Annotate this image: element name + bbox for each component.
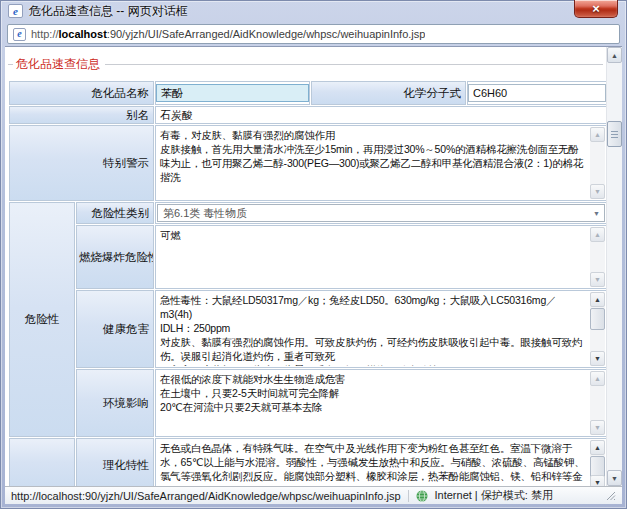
dialog-window: e 危化品速查信息 -- 网页对话框 × e http://localhost:… [0,0,627,509]
health-hazard-textarea[interactable]: 急性毒性：大鼠经LD50317mg／kg；兔经皮LD50。630mg/kg；大鼠… [156,291,606,367]
scroll-down-icon: ▼ [594,424,601,431]
table-row: 特别警示 有毒，对皮肤、黏膜有强烈的腐蚀作用 皮肤接触，首先用大量清水冲洗至少1… [9,125,606,201]
name-input[interactable] [156,84,309,102]
main-scroll-down-button[interactable]: ▼ [607,470,622,486]
table-row: 燃烧爆炸危险性 可燃 ▲ ▼ [9,225,606,289]
hazard-category-select[interactable]: 第6.1类 毒性物质 ▼ [157,204,605,222]
special-warning-textarea[interactable]: 有毒，对皮肤、黏膜有强烈的腐蚀作用 皮肤接触，首先用大量清水冲洗至少15min，… [156,126,606,200]
fire-explosion-field-cell: 可燃 ▲ ▼ [155,225,606,289]
main-scroll-up-button[interactable]: ▲ [607,47,622,63]
scroll-up-button[interactable]: ▲ [590,292,605,307]
ie-page-icon: e [13,28,26,41]
scroll-down-icon: ▼ [611,475,618,482]
health-hazard-label: 健康危害 [103,323,149,335]
special-warning-text: 有毒，对皮肤、黏膜有强烈的腐蚀作用 皮肤接触，首先用大量清水冲洗至少15min，… [158,127,588,199]
hazard-category-label: 危险性类别 [92,207,150,219]
status-url: http://localhost:90/yjzh/UI/SafeArranged… [11,490,401,502]
form-area: 危化品速查信息 危化品名称 化学分子式 别名 [5,47,606,486]
special-warning-label: 特别警示 [103,157,149,169]
environment-text: 在很低的浓度下就能对水生生物造成危害 在土壤中，只要2-5天时间就可完全降解 2… [158,371,588,435]
ie-icon: e [8,4,23,18]
table-row: 健康危害 急性毒性：大鼠经LD50317mg／kg；兔经皮LD50。630mg/… [9,290,606,368]
physchem-label: 理化特性 [103,459,149,471]
formula-input[interactable] [468,84,606,102]
scroll-up-icon: ▲ [611,52,618,59]
scroll-up-icon: ▲ [594,375,601,382]
scroll-up-icon: ▲ [594,296,601,303]
close-button[interactable]: × [574,0,618,18]
table-row: 危险性 危险性类别 第6.1类 毒性物质 ▼ [9,202,606,224]
chevron-down-icon: ▼ [593,210,600,217]
physchem-field-cell: 无色或白色晶体，有特殊气味。在空气中及光线作用下变为粉红色甚至红色。室温下微溶于… [155,438,606,486]
fire-explosion-label: 燃烧爆炸危险性 [79,251,154,263]
section-header: 危化品速查信息 [8,56,603,73]
environment-textarea[interactable]: 在很低的浓度下就能对水生生物造成危害 在土壤中，只要2-5天时间就可完全降解 2… [156,370,606,436]
title-bar: e 危化品速查信息 -- 网页对话框 × [0,0,627,22]
physchem-textarea[interactable]: 无色或白色晶体，有特殊气味。在空气中及光线作用下变为粉红色甚至红色。室温下微溶于… [156,439,606,486]
scroll-down-icon: ▼ [594,355,601,362]
url-path: :90/yjzh/UI/SafeArranged/AidKnowledge/wh… [107,28,426,40]
special-warning-field-cell: 有毒，对皮肤、黏膜有强烈的腐蚀作用 皮肤接触，首先用大量清水冲洗至少15min，… [155,125,606,201]
scroll-down-button[interactable]: ▼ [590,351,605,366]
formula-label-cell: 化学分子式 [311,81,466,105]
empty-group-cell [9,438,75,486]
health-hazard-text: 急性毒性：大鼠经LD50317mg／kg；兔经皮LD50。630mg/kg；大鼠… [158,292,588,366]
formula-label: 化学分子式 [404,87,462,99]
fire-explosion-scrollbar[interactable]: ▲ ▼ [590,227,605,287]
scroll-up-icon: ▲ [594,231,601,238]
scroll-down-button[interactable]: ▼ [590,475,605,486]
main-scrollbar[interactable]: ▲ ▼ [606,47,622,486]
status-separator [408,490,409,502]
hazard-category-value: 第6.1类 毒性物质 [163,206,247,221]
health-hazard-field-cell: 急性毒性：大鼠经LD50317mg／kg；兔经皮LD50。630mg/kg；大鼠… [155,290,606,368]
health-hazard-label-cell: 健康危害 [76,290,154,368]
fire-explosion-label-cell: 燃烧爆炸危险性 [76,225,154,289]
table-row: 危化品名称 化学分子式 [9,81,606,105]
status-zone: Internet | 保护模式: 禁用 [435,488,553,503]
scroll-down-icon: ▼ [594,479,601,486]
url-host: localhost [59,28,107,40]
scroll-up-button[interactable]: ▲ [590,227,605,242]
scroll-down-button[interactable]: ▼ [590,420,605,435]
special-warning-scrollbar[interactable]: ▲ ▼ [590,127,605,199]
address-field[interactable]: e http://localhost:90/yjzh/UI/SafeArrang… [7,24,620,44]
address-bar: e http://localhost:90/yjzh/UI/SafeArrang… [5,22,622,46]
table-row: 别名 石炭酸 [9,106,606,124]
special-warning-label-cell: 特别警示 [9,125,154,201]
hazard-group-cell: 危险性 [9,202,75,437]
resize-grip[interactable] [605,490,616,501]
scroll-up-icon: ▲ [594,131,601,138]
scrollbar-thumb[interactable] [590,308,605,330]
fire-explosion-text: 可燃 [158,227,588,287]
hazard-category-label-cell: 危险性类别 [76,202,154,224]
scroll-up-button[interactable]: ▲ [590,440,605,455]
environment-scrollbar[interactable]: ▲ ▼ [590,371,605,435]
alias-field-cell[interactable]: 石炭酸 [155,106,606,124]
formula-field-cell [467,81,606,105]
status-bar: http://localhost:90/yjzh/UI/SafeArranged… [5,486,622,504]
name-field-cell [155,81,310,105]
address-url: http://localhost:90/yjzh/UI/SafeArranged… [31,28,425,40]
alias-value: 石炭酸 [156,108,606,123]
table-row: 环境影响 在很低的浓度下就能对水生生物造成危害 在土壤中，只要2-5天时间就可完… [9,369,606,437]
legend-line-right [105,64,603,65]
scroll-up-icon: ▲ [594,444,601,451]
section-title: 危化品速查信息 [13,56,105,73]
dialog-content: 危化品速查信息 危化品名称 化学分子式 别名 [5,46,622,486]
alias-label: 别名 [126,109,149,121]
scroll-down-button[interactable]: ▼ [590,184,605,199]
main-scrollbar-thumb[interactable] [607,121,622,147]
physchem-text: 无色或白色晶体，有特殊气味。在空气中及光线作用下变为粉红色甚至红色。室温下微溶于… [158,440,588,486]
scroll-down-icon: ▼ [594,188,601,195]
url-protocol: http:// [31,28,59,40]
health-hazard-scrollbar[interactable]: ▲ ▼ [590,292,605,366]
fire-explosion-textarea[interactable]: 可燃 ▲ ▼ [156,226,606,288]
scroll-down-button[interactable]: ▼ [590,272,605,287]
environment-label-cell: 环境影响 [76,369,154,437]
scroll-down-icon: ▼ [594,276,601,283]
scroll-up-button[interactable]: ▲ [590,371,605,386]
physchem-scrollbar[interactable]: ▲ ▼ [590,440,605,486]
globe-icon [416,490,428,502]
scroll-up-button[interactable]: ▲ [590,127,605,142]
close-icon: × [592,2,600,15]
